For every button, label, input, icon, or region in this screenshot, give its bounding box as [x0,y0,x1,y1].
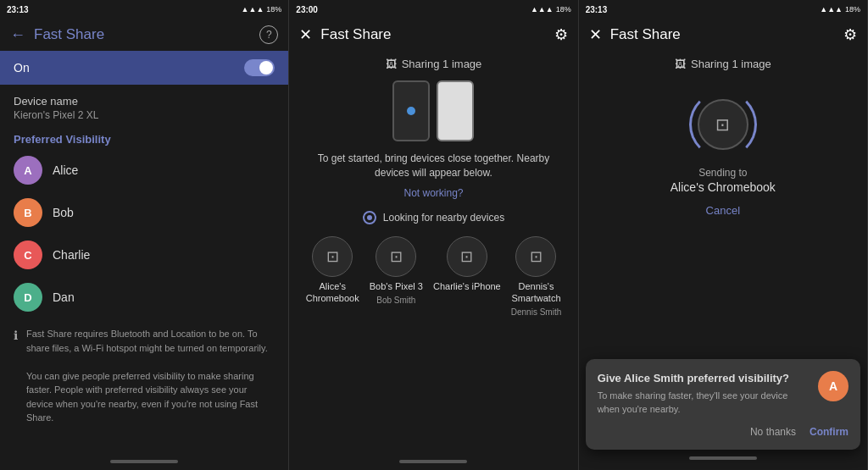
contact-name-bob: Bob [53,206,74,219]
avatar-alice: A [14,156,42,185]
panel-settings: 23:13 ▲▲▲ 18% ← Fast Share ? On Device n… [0,0,289,470]
phone-pair [289,74,577,148]
device-section: Device name Kieron's Pixel 2 XL [0,85,288,126]
dialog-title: Give Alice Smith preferred visibility? [598,371,810,386]
status-bar-3: 23:13 ▲▲▲ 18% [579,0,867,19]
confirm-button[interactable]: Confirm [810,426,849,438]
signal-icon-3: ▲▲▲ [820,5,843,14]
device-name-label: Device name [14,95,275,108]
back-button[interactable]: ← [10,26,25,44]
gear-button-3[interactable]: ⚙ [843,25,857,44]
help-button[interactable]: ? [259,25,278,44]
phone-light [437,80,474,141]
gear-button-2[interactable]: ⚙ [554,25,568,44]
battery-icon-1: 18% [266,5,281,14]
status-icons-1: ▲▲▲ 18% [242,5,282,14]
contact-charlie[interactable]: C Charlie [0,234,288,276]
avatar-charlie: C [14,241,42,269]
contact-alice[interactable]: A Alice [0,149,288,191]
info-text: Fast Share requires Bluetooth and Locati… [26,327,275,425]
battery-icon-3: 18% [845,5,860,14]
contact-name-alice: Alice [53,163,78,177]
cancel-button-3[interactable]: Cancel [706,204,740,217]
close-button-3[interactable]: ✕ [589,25,602,44]
signal-icon-2: ▲▲▲ [531,5,554,14]
battery-icon-2: 18% [556,5,571,14]
device-icon-bob: ⊡ [376,236,416,277]
p1-header: ← Fast Share ? [0,19,288,51]
radio-inner [367,215,372,220]
sending-device-icon: ⊡ [698,99,748,150]
looking-text: Looking for nearby devices [383,212,504,224]
status-bar-1: 23:13 ▲▲▲ 18% [0,0,288,19]
preferred-visibility-dialog: Give Alice Smith preferred visibility? T… [586,359,860,450]
contact-bob[interactable]: B Bob [0,191,288,234]
device-name-bob: Bob's Pixel 3 [370,280,423,292]
dialog-body: To make sharing faster, they'll see your… [598,390,810,416]
avatar-dan: D [14,283,42,312]
on-toggle[interactable] [244,59,275,76]
time-3: 23:13 [586,5,608,14]
home-bar-1 [110,460,178,463]
on-toggle-row: On [0,51,288,85]
panel-sending: 23:13 ▲▲▲ 18% ✕ Fast Share ⚙ 🖼 Sharing 1… [579,0,868,470]
device-subname-dennis: Dennis Smith [511,307,561,317]
home-bar-2 [399,460,467,463]
device-icon-dennis: ⊡ [515,236,556,277]
contact-name-dan: Dan [53,290,75,304]
bring-close-text: To get started, bring devices close toge… [289,148,577,184]
dialog-actions: No thanks Confirm [598,426,849,438]
sending-target: Alice's Chromebook [670,180,776,194]
p2-title: Fast Share [320,26,554,43]
p1-title: Fast Share [34,26,259,43]
status-icons-3: ▲▲▲ 18% [820,5,860,14]
device-name-value: Kieron's Pixel 2 XL [14,109,275,121]
no-thanks-button[interactable]: No thanks [750,426,796,438]
device-bob-pixel[interactable]: ⊡ Bob's Pixel 3 Bob Smith [370,236,423,318]
info-icon: ℹ [14,329,18,425]
phone-dot [407,107,415,115]
sharing-label-3: 🖼 Sharing 1 image [579,51,867,74]
signal-icon: ▲▲▲ [242,5,264,14]
contact-dan[interactable]: D Dan [0,276,288,318]
contact-name-charlie: Charlie [53,248,90,262]
looking-row: Looking for nearby devices [289,206,577,229]
sending-to-label: Sending to [698,167,747,179]
radio-indicator [363,211,376,224]
image-icon-3: 🖼 [675,58,686,70]
home-indicator-1 [0,453,288,470]
panel-share: 23:00 ▲▲▲ 18% ✕ Fast Share ⚙ 🖼 Sharing 1… [289,0,578,470]
device-dennis-watch[interactable]: ⊡ Dennis'sSmartwatch Dennis Smith [511,236,561,318]
device-grid: ⊡ Alice'sChromebook ⊡ Bob's Pixel 3 Bob … [289,229,577,324]
device-name-alice: Alice'sChromebook [306,280,359,305]
time-2: 23:00 [296,5,318,14]
not-working-link[interactable]: Not working? [289,184,577,206]
device-icon-alice: ⊡ [312,236,353,277]
p2-header: ✕ Fast Share ⚙ [289,19,577,51]
preferred-visibility-label: Preferred Visibility [0,126,288,149]
time-1: 23:13 [7,5,29,14]
home-bar-3 [689,456,757,460]
dialog-row: Give Alice Smith preferred visibility? T… [598,371,849,416]
device-charlie-iphone[interactable]: ⊡ Charlie's iPhone [433,236,501,318]
info-row: ℹ Fast Share requires Bluetooth and Loca… [0,318,288,434]
sending-progress-circle: ⊡ [689,91,757,158]
p3-header: ✕ Fast Share ⚙ [579,19,867,51]
device-alice-chromebook[interactable]: ⊡ Alice'sChromebook [306,236,359,318]
status-bar-2: 23:00 ▲▲▲ 18% [289,0,577,19]
close-button-2[interactable]: ✕ [299,25,312,44]
image-icon-2: 🖼 [386,58,397,70]
dialog-avatar: A [818,371,849,401]
on-label: On [14,61,30,75]
sharing-label-2: 🖼 Sharing 1 image [289,51,577,74]
sending-container: ⊡ Sending to Alice's Chromebook Cancel [579,74,867,225]
dialog-text: Give Alice Smith preferred visibility? T… [598,371,810,416]
avatar-bob: B [14,198,42,227]
home-indicator-2 [289,453,577,470]
device-subname-bob: Bob Smith [376,296,415,305]
p3-title: Fast Share [610,26,843,43]
status-icons-2: ▲▲▲ 18% [531,5,571,14]
device-name-charlie: Charlie's iPhone [433,280,501,292]
device-icon-charlie: ⊡ [447,236,487,277]
phone-dark [392,80,430,141]
